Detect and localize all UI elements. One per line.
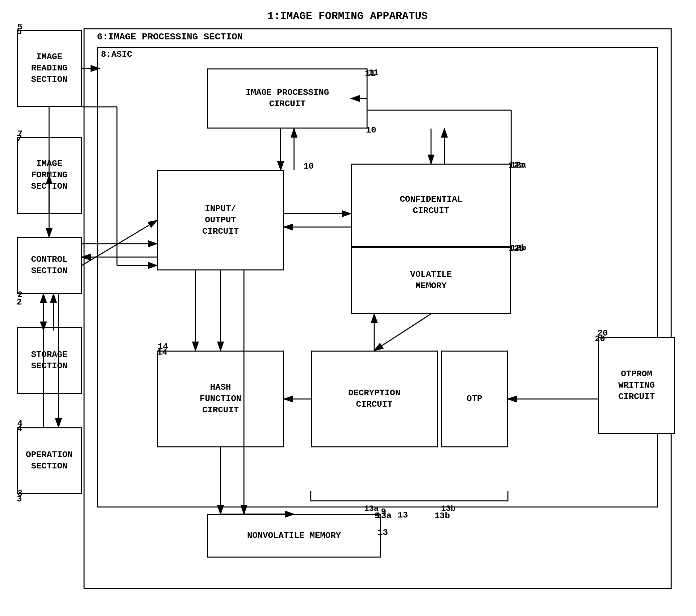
ref-12a: 12a — [509, 160, 524, 170]
ref-2: 2 — [17, 297, 22, 307]
hash-box: HASHFUNCTIONCIRCUIT — [157, 351, 284, 448]
ref-20: 20 — [595, 334, 605, 344]
storage-label: STORAGESECTION — [31, 349, 67, 372]
confidential-label: CONFIDENTIALCIRCUIT — [400, 194, 462, 217]
ref-5: 5 — [17, 27, 22, 37]
control-box: CONTROLSECTION — [17, 237, 82, 294]
image-forming-label: IMAGEFORMINGSECTION — [31, 158, 67, 192]
nonvolatile-label: NONVOLATILE MEMORY — [247, 530, 341, 541]
ref-3: 3 — [17, 494, 22, 504]
storage-box: STORAGESECTION — [17, 327, 82, 394]
decryption-label: DECRYPTIONCIRCUIT — [348, 388, 400, 410]
otp-label: OTP — [467, 393, 483, 405]
control-label: CONTROLSECTION — [31, 254, 67, 277]
confidential-box: CONFIDENTIALCIRCUIT — [351, 164, 511, 247]
volatile-box: VOLATILEMEMORY — [351, 247, 511, 314]
image-forming-box: IMAGEFORMINGSECTION — [17, 137, 82, 214]
main-title: 1:IMAGE FORMING APPARATUS — [267, 10, 428, 22]
ref-13: 13 — [378, 528, 388, 537]
image-reading-label: IMAGEREADINGSECTION — [31, 51, 67, 85]
nonvolatile-box: NONVOLATILE MEMORY — [207, 514, 381, 557]
ref-9: 9 — [374, 511, 380, 521]
operation-box: OPERATIONSECTION — [17, 427, 82, 494]
input-output-label: INPUT/OUTPUTCIRCUIT — [202, 203, 239, 237]
otp-box: OTP — [441, 351, 508, 448]
asic-label: 8:ASIC — [101, 49, 132, 60]
volatile-label: VOLATILEMEMORY — [410, 269, 452, 292]
hash-label: HASHFUNCTIONCIRCUIT — [200, 382, 241, 416]
otprom-label: OTPROMWRITINGCIRCUIT — [618, 369, 654, 402]
operation-label: OPERATIONSECTION — [26, 449, 73, 472]
ref-4: 4 — [17, 424, 22, 434]
image-reading-box: IMAGEREADINGSECTION — [17, 30, 82, 107]
image-processing-circuit-label: IMAGE PROCESSINGCIRCUIT — [246, 87, 329, 110]
otprom-box: OTPROMWRITINGCIRCUIT — [598, 337, 675, 434]
ref-12b: 12b — [509, 244, 524, 254]
decryption-box: DECRYPTIONCIRCUIT — [311, 351, 438, 448]
ref-13b: 13b — [434, 511, 450, 521]
image-processing-circuit-box: IMAGE PROCESSINGCIRCUIT — [207, 68, 367, 129]
ref-7: 7 — [17, 133, 22, 144]
input-output-box: INPUT/OUTPUTCIRCUIT — [157, 170, 284, 271]
ref-10: 10 — [366, 125, 376, 135]
ref-11: 11 — [365, 68, 375, 79]
image-processing-section-label: 6:IMAGE PROCESSING SECTION — [97, 32, 243, 42]
ref-14: 14 — [157, 347, 168, 357]
